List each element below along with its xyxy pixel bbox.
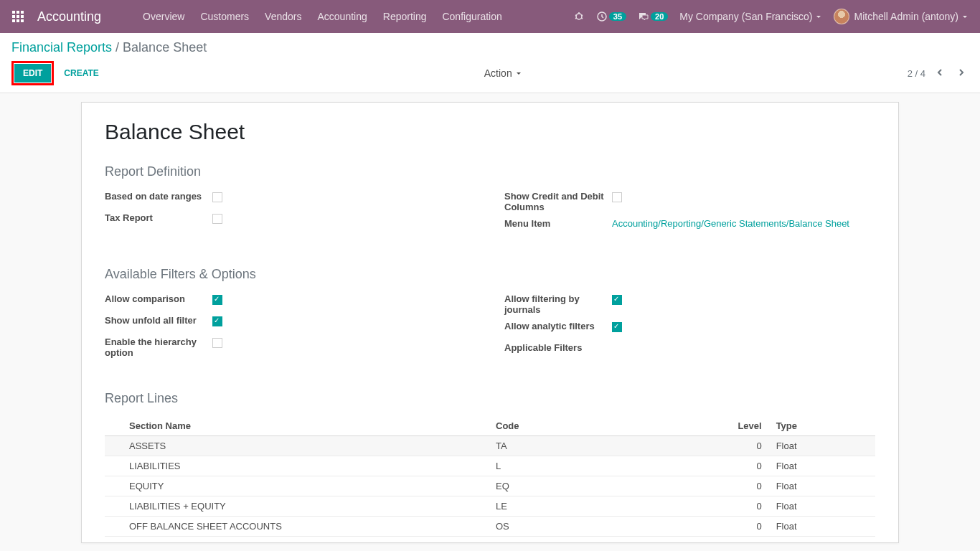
svg-rect-6 — [12, 19, 15, 22]
page-title: Balance Sheet — [105, 120, 875, 144]
col-code: Code — [490, 416, 706, 436]
svg-point-9 — [576, 14, 582, 19]
nav-configuration[interactable]: Configuration — [442, 11, 501, 22]
checkbox-show-credit[interactable] — [612, 192, 622, 202]
nav-overview[interactable]: Overview — [143, 11, 184, 22]
label-allow-journals: Allow filtering by journals — [504, 292, 612, 315]
nav-accounting[interactable]: Accounting — [317, 11, 367, 22]
checkbox-based-on[interactable] — [212, 192, 222, 202]
section-report-lines: Report Lines — [105, 391, 875, 406]
cell-level: 0 — [706, 496, 768, 517]
col-section: Section Name — [105, 416, 490, 436]
nav-customers[interactable]: Customers — [200, 11, 249, 22]
report-lines-table: Section Name Code Level Type ASSETSTA0Fl… — [105, 416, 875, 537]
app-brand[interactable]: Accounting — [37, 9, 101, 24]
col-type: Type — [768, 416, 875, 436]
discuss-badge: 20 — [651, 12, 668, 21]
form-sheet: Balance Sheet Report Definition Based on… — [81, 102, 899, 543]
label-allow-comparison: Allow comparison — [105, 292, 212, 304]
systray: 35 20 My Company (San Francisco) Mitchel… — [573, 9, 969, 24]
cell-level: 0 — [706, 476, 768, 496]
svg-rect-0 — [12, 11, 15, 14]
company-name: My Company (San Francisco) — [679, 11, 812, 22]
debug-icon[interactable] — [573, 11, 585, 22]
content-scroll[interactable]: Balance Sheet Report Definition Based on… — [0, 93, 980, 550]
apps-icon[interactable] — [11, 10, 24, 23]
nav-reporting[interactable]: Reporting — [383, 11, 427, 22]
discuss-icon[interactable]: 20 — [638, 11, 668, 22]
user-name: Mitchell Admin (antony) — [854, 11, 958, 22]
action-dropdown[interactable]: Action — [484, 67, 522, 79]
checkbox-enable-hierarchy[interactable] — [212, 338, 222, 348]
breadcrumb-current: Balance Sheet — [123, 40, 207, 55]
svg-rect-3 — [12, 15, 15, 18]
cell-code: L — [490, 456, 706, 476]
user-menu[interactable]: Mitchell Admin (antony) — [834, 9, 969, 24]
cell-type: Float — [768, 456, 875, 476]
table-row[interactable]: LIABILITIESL0Float — [105, 456, 875, 476]
cell-type: Float — [768, 476, 875, 496]
table-row[interactable]: ASSETSTA0Float — [105, 436, 875, 456]
edit-button[interactable]: EDIT — [14, 64, 51, 83]
label-tax-report: Tax Report — [105, 211, 212, 223]
svg-line-14 — [581, 18, 583, 19]
svg-line-11 — [575, 15, 577, 16]
pager-next[interactable] — [954, 65, 969, 82]
pager-prev[interactable] — [933, 65, 947, 82]
svg-line-13 — [575, 18, 577, 19]
cell-level: 0 — [706, 456, 768, 476]
edit-highlight: EDIT — [11, 61, 54, 85]
breadcrumb-parent[interactable]: Financial Reports — [11, 40, 112, 55]
activity-icon[interactable]: 35 — [596, 11, 626, 22]
activity-badge: 35 — [609, 12, 626, 21]
label-enable-hierarchy: Enable the hierarchy option — [105, 335, 212, 358]
cell-code: OS — [490, 517, 706, 537]
menu-item-link[interactable]: Accounting/Reporting/Generic Statements/… — [612, 217, 875, 229]
cell-code: LE — [490, 496, 706, 517]
avatar — [834, 9, 849, 24]
checkbox-tax-report[interactable] — [212, 214, 222, 224]
cell-section: EQUITY — [105, 476, 490, 496]
label-applicable-filters: Applicable Filters — [504, 341, 612, 353]
cell-type: Float — [768, 517, 875, 537]
breadcrumb: Financial Reports / Balance Sheet — [0, 33, 980, 61]
section-filters: Available Filters & Options — [105, 267, 875, 282]
col-level: Level — [706, 416, 768, 436]
create-button[interactable]: CREATE — [64, 68, 98, 78]
nav-links: Overview Customers Vendors Accounting Re… — [143, 11, 502, 22]
pager-text: 2 / 4 — [908, 68, 925, 79]
label-show-credit: Show Credit and Debit Columns — [504, 189, 612, 212]
svg-rect-5 — [21, 15, 24, 18]
nav-vendors[interactable]: Vendors — [265, 11, 301, 22]
cell-level: 0 — [706, 517, 768, 537]
svg-rect-8 — [21, 19, 24, 22]
topbar: Accounting Overview Customers Vendors Ac… — [0, 0, 980, 33]
cell-section: LIABILITIES — [105, 456, 490, 476]
checkbox-show-unfold[interactable] — [212, 316, 222, 326]
company-switcher[interactable]: My Company (San Francisco) — [679, 11, 822, 22]
label-show-unfold: Show unfold all filter — [105, 314, 212, 326]
cell-type: Float — [768, 436, 875, 456]
cell-code: EQ — [490, 476, 706, 496]
checkbox-allow-comparison[interactable] — [212, 295, 222, 305]
svg-rect-1 — [17, 11, 19, 14]
svg-line-12 — [581, 15, 583, 16]
table-row[interactable]: EQUITYEQ0Float — [105, 476, 875, 496]
checkbox-allow-journals[interactable] — [612, 295, 622, 305]
cell-code: TA — [490, 436, 706, 456]
checkbox-allow-analytic[interactable] — [612, 322, 622, 332]
cell-section: OFF BALANCE SHEET ACCOUNTS — [105, 517, 490, 537]
cell-section: LIABILITIES + EQUITY — [105, 496, 490, 517]
table-row[interactable]: LIABILITIES + EQUITYLE0Float — [105, 496, 875, 517]
cell-section: ASSETS — [105, 436, 490, 456]
section-report-definition: Report Definition — [105, 164, 875, 179]
label-based-on: Based on date ranges — [105, 189, 212, 202]
svg-rect-2 — [21, 11, 24, 14]
label-allow-analytic: Allow analytic filters — [504, 319, 612, 331]
table-row[interactable]: OFF BALANCE SHEET ACCOUNTSOS0Float — [105, 517, 875, 537]
svg-rect-4 — [17, 15, 19, 18]
label-menu-item: Menu Item — [504, 217, 612, 229]
cell-type: Float — [768, 496, 875, 517]
control-panel: Financial Reports / Balance Sheet EDIT C… — [0, 33, 980, 93]
cell-level: 0 — [706, 436, 768, 456]
